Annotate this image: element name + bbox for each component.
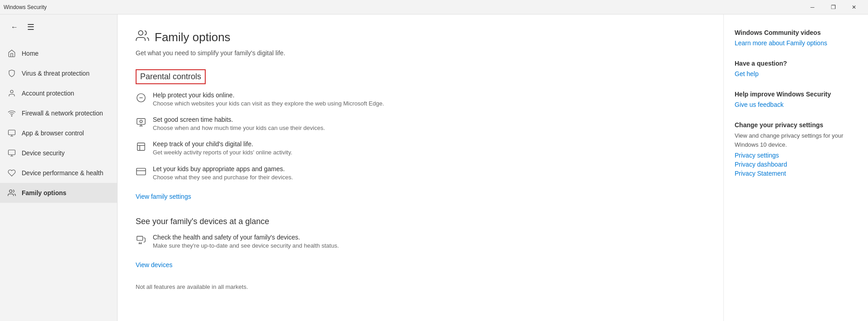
question-title: Have a question? [735,60,857,67]
right-section-community: Windows Community videos Learn more abou… [735,29,857,47]
close-button[interactable]: ✕ [844,0,864,14]
back-button[interactable]: ← [7,20,22,34]
sidebar-item-device-security[interactable]: Device security [0,143,117,163]
feature-purchases: Let your kids buy appropriate apps and g… [136,165,705,182]
right-section-privacy: Change your privacy settings View and ch… [735,121,857,177]
app-title: Windows Security [4,4,47,10]
devices-section-title: See your family's devices at a glance [136,217,705,226]
view-devices-link[interactable]: View devices [136,261,172,268]
svg-point-5 [138,31,143,35]
sidebar-item-virus[interactable]: Virus & threat protection [0,63,117,83]
minimize-button[interactable]: ─ [802,0,823,14]
privacy-title: Change your privacy settings [735,121,857,129]
sidebar-label-device-performance: Device performance & health [22,169,104,177]
protect-kids-desc: Choose which websites your kids can visi… [153,100,384,108]
svg-rect-2 [9,130,15,135]
protect-kids-text: Help protect your kids online. Choose wh… [153,91,384,108]
device-icon [7,149,16,158]
parental-controls-list: Help protect your kids online. Choose wh… [136,91,705,182]
screen-time-desc: Choose when and how much time your kids … [153,124,325,132]
family-icon [7,188,16,197]
sidebar-item-device-performance[interactable]: Device performance & health [0,163,117,183]
sidebar-label-device-security: Device security [22,149,65,157]
titlebar: Windows Security ─ ❐ ✕ [0,0,868,14]
sidebar: ← ☰ Home Virus & threat pr [0,14,118,321]
feedback-title: Help improve Windows Security [735,91,857,98]
screen-time-icon [136,117,146,128]
protect-kids-title: Help protect your kids online. [153,91,384,99]
device-health-desc: Make sure they're up-to-date and see dev… [153,242,339,250]
purchases-icon [136,166,146,177]
right-section-feedback: Help improve Windows Security Give us fe… [735,91,857,109]
svg-rect-13 [137,236,143,240]
privacy-dashboard-link[interactable]: Privacy dashboard [735,161,857,168]
page-header-icon [136,29,149,46]
sidebar-top: ← ☰ [0,14,117,40]
shield-icon [7,69,16,78]
main-content: Family options Get what you need to simp… [118,14,723,321]
community-title: Windows Community videos [735,29,857,36]
maximize-button[interactable]: ❐ [823,0,844,14]
feature-protect-kids: Help protect your kids online. Choose wh… [136,91,705,108]
svg-rect-11 [137,168,146,175]
sidebar-item-home[interactable]: Home [0,43,117,63]
sidebar-label-home: Home [22,50,38,57]
activity-desc: Get weekly activity reports of your kids… [153,149,292,157]
activity-icon [136,141,146,152]
purchases-title: Let your kids buy appropriate apps and g… [153,165,293,172]
hamburger-icon[interactable]: ☰ [27,22,34,32]
disclaimer-text: Not all features are available in all ma… [136,283,705,290]
protect-kids-icon [136,92,146,103]
right-panel: Windows Community videos Learn more abou… [723,14,868,321]
sidebar-item-app[interactable]: App & browser control [0,123,117,143]
devices-section: See your family's devices at a glance Ch… [136,217,705,269]
home-icon [7,49,16,58]
parental-controls-title: Parental controls [136,69,206,84]
heart-icon [7,168,16,177]
feature-device-health: Check the health and safety of your fami… [136,234,705,250]
right-section-question: Have a question? Get help [735,60,857,78]
sidebar-label-virus: Virus & threat protection [22,70,90,77]
sidebar-label-firewall: Firewall & network protection [22,110,103,117]
view-family-settings-link[interactable]: View family settings [136,193,191,200]
svg-rect-10 [137,143,145,151]
page-title: Family options [155,30,231,44]
sidebar-item-firewall[interactable]: Firewall & network protection [0,103,117,123]
svg-rect-3 [9,150,15,155]
sidebar-label-account: Account protection [22,90,74,97]
parental-controls-section: Parental controls Help protect your kids… [136,69,705,201]
privacy-desc: View and change privacy settings for you… [735,131,857,149]
browser-icon [7,129,16,138]
privacy-statement-link[interactable]: Privacy Statement [735,170,857,177]
sidebar-item-account[interactable]: Account protection [0,83,117,103]
sidebar-label-family: Family options [22,189,66,196]
svg-point-0 [10,90,13,93]
page-header: Family options [136,29,705,46]
devices-list: Check the health and safety of your fami… [136,234,705,250]
sidebar-nav: Home Virus & threat protection Acco [0,43,117,203]
feature-activity: Keep track of your child's digital life.… [136,140,705,157]
activity-title: Keep track of your child's digital life. [153,140,292,148]
learn-more-family-link[interactable]: Learn more about Family options [735,39,827,47]
screen-time-title: Set good screen time habits. [153,116,325,123]
svg-point-4 [9,190,12,192]
feature-screen-time: Set good screen time habits. Choose when… [136,116,705,132]
app-body: ← ☰ Home Virus & threat pr [0,14,868,321]
sidebar-label-app: App & browser control [22,129,84,137]
get-help-link[interactable]: Get help [735,70,759,77]
purchases-text: Let your kids buy appropriate apps and g… [153,165,293,182]
give-feedback-link[interactable]: Give us feedback [735,101,783,108]
window-controls: ─ ❐ ✕ [802,0,864,14]
page-subtitle: Get what you need to simplify your famil… [136,49,705,57]
activity-text: Keep track of your child's digital life.… [153,140,292,157]
device-health-text: Check the health and safety of your fami… [153,234,339,250]
svg-rect-8 [137,119,145,125]
device-health-title: Check the health and safety of your fami… [153,234,339,241]
svg-point-9 [140,120,142,123]
svg-point-1 [11,115,12,116]
purchases-desc: Choose what they see and purchase for th… [153,173,293,182]
sidebar-item-family[interactable]: Family options [0,183,117,203]
privacy-settings-link[interactable]: Privacy settings [735,152,857,159]
screen-time-text: Set good screen time habits. Choose when… [153,116,325,132]
wifi-icon [7,109,16,118]
